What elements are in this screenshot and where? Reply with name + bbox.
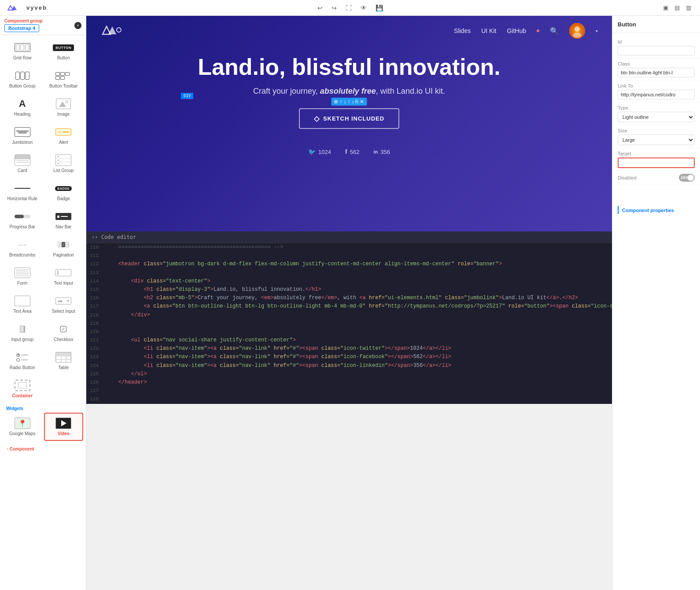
subtitle-end: , with — [376, 87, 394, 95]
sidebar-close-button[interactable]: × — [74, 22, 81, 29]
preview-navbar: Slides UI Kit GitHub 🔍 ▾ — [86, 16, 612, 46]
code-line-110: 110 ====================================… — [86, 243, 612, 252]
sidebar-item-nav-bar[interactable]: Nav Bar — [44, 207, 84, 233]
save-button[interactable]: 💾 — [373, 3, 386, 13]
right-panel-body: Id Class Link To Type Light outline Prim… — [612, 33, 700, 188]
code-editor-title: ‹› Code editor — [92, 234, 136, 240]
facebook-count: 562 — [350, 149, 360, 155]
prop-type-row: Type Light outline Primary Secondary Suc… — [612, 103, 700, 125]
form-label: Form — [17, 281, 27, 286]
image-label: Image — [57, 112, 70, 117]
code-line-120: 120 — [86, 328, 612, 336]
tablet-icon[interactable]: ▤ — [673, 4, 682, 12]
preview-nav-links: Slides UI Kit GitHub 🔍 ▾ — [454, 23, 598, 39]
right-panel-title: Button — [618, 21, 636, 28]
subtitle-link[interactable]: Land.io UI kit — [397, 87, 443, 95]
social-facebook[interactable]: f 562 — [345, 148, 359, 155]
button-controls: ⊕ ↑ ↓ ↑ ↓ ⎘ ✕ — [331, 98, 367, 106]
sidebar-item-container[interactable]: Container — [3, 376, 42, 402]
sidebar-item-text-input[interactable]: Text Input — [44, 263, 84, 290]
sidebar-item-pagination[interactable]: 123 Pagination — [44, 235, 84, 261]
subtitle-em: absolutely free — [320, 87, 376, 95]
sidebar-item-horizontal-rule[interactable]: Horizontal Rule — [3, 179, 42, 205]
ctrl-down2[interactable]: ↓ — [351, 99, 354, 105]
ctrl-delete[interactable]: ✕ — [360, 99, 364, 105]
button-label: Button — [57, 55, 70, 61]
svg-point-0 — [117, 28, 121, 32]
code-line-119: 119 — [86, 319, 612, 328]
sidebar-item-checkbox[interactable]: ✓ Checkbox — [44, 319, 84, 346]
prop-linkto-label: Link To — [618, 83, 695, 88]
hero-title: Land.io, blissful innovation. — [104, 55, 594, 80]
desktop-icon[interactable]: ▣ — [661, 4, 670, 12]
alert-label: Alert — [59, 140, 68, 145]
prop-target-row: Target ← Input — [612, 148, 700, 171]
sidebar-item-table[interactable]: Table — [44, 348, 84, 374]
sidebar-header: Component group Bootstrap 4 × — [0, 16, 86, 35]
sidebar-item-button-toolbar[interactable]: Button Toolbar — [44, 66, 84, 92]
heading-label: Heading — [14, 112, 30, 117]
card-label: Card — [18, 168, 27, 173]
prop-target-input[interactable] — [618, 158, 695, 168]
nav-link-slides[interactable]: Slides — [454, 27, 471, 34]
ctrl-down[interactable]: ↓ — [343, 99, 346, 105]
toggle-track[interactable]: OFF — [679, 174, 695, 182]
alert-icon: ⚠ — [55, 126, 72, 138]
sidebar-item-form[interactable]: Form — [3, 263, 42, 290]
sidebar-item-grid-row[interactable]: Grid Row — [3, 38, 42, 64]
ctrl-up2[interactable]: ↑ — [347, 99, 350, 105]
table-icon — [55, 351, 72, 363]
sidebar-item-jumbotron[interactable]: Jumbotron — [3, 122, 42, 149]
redo-button[interactable]: ↪ — [329, 3, 339, 13]
sketch-included-button[interactable]: ◇ SKETCH INCLUDED — [299, 108, 399, 129]
bootstrap-version-button[interactable]: Bootstrap 4 — [4, 24, 39, 32]
sidebar-item-image[interactable]: Image — [44, 94, 84, 121]
mobile-icon[interactable]: ▥ — [684, 4, 693, 12]
sketch-button-label: SKETCH INCLUDED — [323, 115, 384, 122]
select-input-label: Select Input — [52, 309, 75, 314]
prop-linkto-input[interactable] — [618, 90, 695, 99]
code-line-126: 126 </header> — [86, 378, 612, 387]
undo-button[interactable]: ↩ — [315, 3, 325, 13]
sidebar-item-radio-button[interactable]: Radio Button — [3, 348, 42, 374]
sidebar-item-heading[interactable]: A Heading — [3, 94, 42, 121]
sidebar-item-text-area[interactable]: Text Area — [3, 291, 42, 318]
ctrl-move[interactable]: ⊕ — [334, 99, 338, 105]
ctrl-up[interactable]: ↑ — [339, 99, 342, 105]
sidebar-item-card[interactable]: Card — [3, 150, 42, 177]
sidebar-item-button[interactable]: BUTTON Button — [44, 38, 84, 64]
disabled-toggle[interactable]: OFF — [679, 174, 695, 182]
prop-id-row: Id — [612, 37, 700, 59]
fullscreen-button[interactable]: ⛶ — [343, 3, 354, 13]
sidebar-item-google-maps[interactable]: 📍 Google Maps — [3, 413, 42, 441]
code-content[interactable]: 110 ====================================… — [86, 243, 612, 404]
nav-search-icon[interactable]: 🔍 — [550, 27, 559, 35]
sidebar-item-badge[interactable]: BADGE Badge — [44, 179, 84, 205]
social-twitter[interactable]: 🐦 1024 — [308, 148, 331, 155]
sidebar-item-alert[interactable]: ⚠ Alert — [44, 122, 84, 149]
nav-link-github[interactable]: GitHub — [507, 27, 526, 34]
widgets-label: Widgets — [3, 404, 83, 413]
topbar-controls: ↩ ↪ ⛶ 👁 💾 — [315, 3, 386, 13]
sidebar-item-select-input[interactable]: val▾ Select Input — [44, 291, 84, 318]
linkedin-icon: in — [373, 149, 378, 154]
preview-button[interactable]: 👁 — [358, 3, 369, 13]
social-linkedin[interactable]: in 356 — [373, 148, 390, 155]
preview-area[interactable]: DIV Slides UI Kit GitHub 🔍 — [86, 16, 612, 231]
twitter-count: 1024 — [318, 149, 331, 155]
sidebar-item-button-group[interactable]: Button Group — [3, 66, 42, 92]
prop-class-input[interactable] — [618, 68, 695, 77]
sidebar-item-list-group[interactable]: List Group — [44, 150, 84, 177]
subtitle-period: . — [443, 87, 445, 95]
ctrl-copy[interactable]: ⎘ — [355, 99, 358, 105]
sidebar-item-breadcrumbs[interactable]: -›-›- Breadcrumbs — [3, 235, 42, 261]
prop-size-select[interactable]: Large Medium Small — [618, 135, 695, 145]
nav-link-uikit[interactable]: UI Kit — [481, 27, 496, 34]
sidebar-item-progress-bar[interactable]: Progress Bar — [3, 207, 42, 233]
sidebar-item-input-group[interactable]: Input group — [3, 319, 42, 346]
prop-id-input[interactable] — [618, 46, 695, 55]
badge-label: Badge — [57, 196, 70, 202]
prop-type-select[interactable]: Light outline Primary Secondary Success … — [618, 112, 695, 122]
component-group-label: Component group — [4, 18, 43, 23]
sidebar-item-video[interactable]: Video — [44, 413, 84, 441]
